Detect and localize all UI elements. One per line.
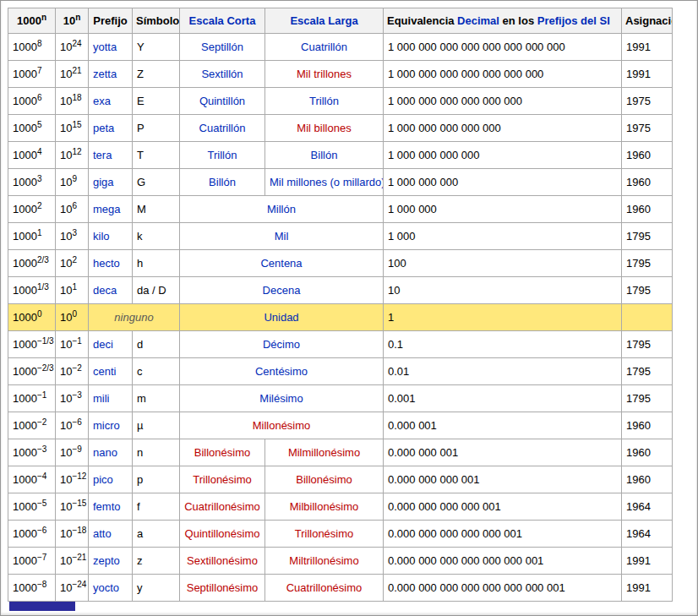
power-base-10: 10 [60,419,72,432]
prefix-link[interactable]: peta [93,122,114,134]
power-base-10: 10 [60,257,72,270]
escala-larga-link[interactable]: Escala Larga [290,14,357,27]
prefijos-si-link[interactable]: Prefijos del SI [537,14,610,27]
prefix-link[interactable]: kilo [93,230,110,243]
equivalence-cell: 0.000 000 000 000 000 000 000 001 [384,575,622,602]
scale-link[interactable]: Septillón [201,41,243,53]
prefix-link[interactable]: zetta [93,68,117,80]
scale-red-link[interactable]: Sextillonésimo [187,554,258,567]
scale-link[interactable]: Décimo [263,338,300,351]
exponent: −12 [72,472,86,481]
scale-red-link[interactable]: Miltrillonésimo [289,554,358,567]
assignment-cell: 1960 [622,169,673,196]
scale-link[interactable]: Millón [267,203,296,215]
prefix-link[interactable]: giga [93,176,114,188]
prefix-cell: kilo [89,223,133,250]
scale-link[interactable]: Centena [260,257,302,270]
prefix-link[interactable]: hecto [93,257,120,270]
exponent: −1 [72,336,81,346]
decimal-link[interactable]: Decimal [457,14,499,27]
prefix-link[interactable]: nano [93,446,117,459]
assignment-cell: 1795 [622,358,673,385]
power-base-1000: 1000 [13,176,37,188]
scale-red-link[interactable]: Milmillonésimo [288,446,360,459]
prefix-link[interactable]: femto [93,500,121,513]
prefix-link[interactable]: deca [93,284,117,297]
scale-link[interactable]: Billón [209,176,236,188]
prefix-cell: yocto [89,575,133,602]
scale-red-link[interactable]: Mil trillones [297,68,352,80]
prefix-link[interactable]: mega [93,203,121,215]
prefix-cell: hecto [89,250,133,277]
scale-red-link[interactable]: Cuatrillonésimo [184,500,260,513]
scale-link[interactable]: Cuatrillón [301,41,347,53]
escala-corta-link[interactable]: Escala Corta [189,14,256,27]
prefix-link[interactable]: zepto [93,554,120,567]
prefix-link[interactable]: yotta [93,41,117,53]
prefix-link[interactable]: centi [93,365,116,378]
scale-red-link[interactable]: Millonésimo [253,419,311,432]
en-los-text: en los [499,14,537,27]
power-1000-cell: 1000−2/3 [8,358,56,385]
power-base-1000: 1000 [13,95,37,107]
power-10-cell: 1018 [56,88,89,115]
scale-red-link[interactable]: Trillonésimo [295,527,354,540]
prefix-link[interactable]: deci [93,338,113,351]
scale-red-link[interactable]: Quintillonésimo [185,527,260,540]
scale-link[interactable]: Unidad [264,311,298,324]
table-row: 100051015petaPCuatrillónMil billones1 00… [8,115,673,142]
power-10-cell: 1012 [56,142,89,169]
scale-red-link[interactable]: Septillonésimo [187,581,259,594]
scale-red-link[interactable]: Billonésimo [296,473,352,486]
scale-link[interactable]: Decena [263,284,301,297]
power-base-10: 10 [60,473,72,486]
exponent: 4 [37,147,42,156]
prefix-link[interactable]: tera [93,149,112,161]
scale-red-link[interactable]: Trillonésimo [193,473,252,486]
scale-link[interactable]: Centésimo [255,365,308,378]
power-base-1000: 1000 [13,419,37,432]
exponent: 2 [72,255,77,264]
prefix-link[interactable]: yocto [93,581,119,594]
scale-link[interactable]: Quintillón [199,95,245,107]
equivalence-cell: 1 000 000 000 [384,169,622,196]
prefix-link[interactable]: atto [93,527,112,540]
scale-link[interactable]: Sextillón [201,68,243,80]
short-scale-cell: Cuatrillonésimo [180,493,265,521]
exponent: 2 [37,201,42,210]
prefix-link[interactable]: pico [93,473,113,486]
scale-red-link[interactable]: Billonésimo [194,446,250,459]
exponent: 1 [37,228,42,237]
exponent: −1/3 [37,336,54,346]
scale-link[interactable]: Trillón [309,95,339,107]
exponent: −7 [37,553,46,562]
power-base-10: 10 [60,203,72,215]
table-row: 1000−610−18attoaQuintillonésimoTrillonés… [8,521,673,548]
prefix-link[interactable]: mili [93,392,110,405]
scale-link[interactable]: Cuatrillón [199,122,246,134]
prefix-link[interactable]: micro [93,419,120,432]
power-base-1000: 1000 [13,581,37,594]
scale-red-link[interactable]: Cuatrillonésimo [286,581,363,594]
scale-link[interactable]: Mil millones (o millardo) [270,176,384,188]
prefix-cell: zetta [89,61,133,88]
scale-link[interactable]: Trillón [208,149,237,161]
scale-link[interactable]: Billón [311,149,338,161]
power-1000-cell: 1000−5 [8,493,56,521]
power-1000-cell: 1000−1/3 [8,331,56,358]
symbol-cell: n [133,439,180,466]
symbol-cell: p [133,466,180,493]
scale-red-link[interactable]: Mil billones [297,122,351,134]
scale-link[interactable]: Mil [275,230,289,243]
scale-link[interactable]: Milésimo [259,392,303,405]
power-1000-cell: 1000−8 [8,575,56,602]
scale-red-link[interactable]: Milbillonésimo [290,500,359,513]
exponent: −8 [37,580,46,589]
exponent: −2 [72,363,81,373]
table-row: 1000−1/310−1decidDécimo0.11795 [8,331,673,358]
table-row: 10003109gigaGBillónMil millones (o milla… [8,169,673,196]
prefix-link[interactable]: exa [93,95,111,107]
equivalence-cell: 1 000 [384,223,622,250]
power-10-cell: 10−9 [56,439,89,466]
prefix-cell: peta [89,115,133,142]
